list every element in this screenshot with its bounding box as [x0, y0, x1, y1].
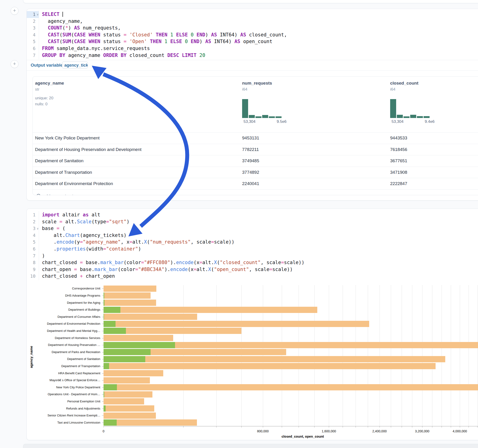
- y-axis-label: New York City Police Department: [0, 386, 100, 389]
- output-variable-pill[interactable]: agency_tickets: [62, 62, 88, 68]
- y-axis-label: Department of Homeless Services: [0, 336, 100, 340]
- code-line[interactable]: 2 agency_name,: [27, 18, 478, 25]
- code-text[interactable]: chart_open = base.mark_bar(color="#8BC34…: [42, 266, 293, 273]
- gridline: [460, 285, 460, 426]
- code-text[interactable]: alt.Chart(agency_tickets): [42, 232, 126, 239]
- column-type-agency-name: str: [35, 87, 39, 92]
- code-text[interactable]: .encode(y="agency_name", x=alt.X("num_re…: [42, 239, 234, 246]
- code-line[interactable]: 9chart_open = base.mark_bar(color="#8BC3…: [27, 266, 478, 273]
- code-text[interactable]: FROM sample_data.nyc.service_requests: [42, 45, 150, 52]
- histogram-bar: [397, 115, 403, 118]
- sql-editor[interactable]: 1∨SELECT 2 agency_name,3 COUNT(*) AS num…: [27, 11, 478, 59]
- gridline: [402, 285, 402, 426]
- bar-closed: [104, 412, 156, 419]
- y-axis-label: Mayorâ€ s Office of Special Enforce…: [0, 378, 100, 382]
- collapse-chevron-icon[interactable]: ∨: [37, 225, 38, 232]
- y-axis-label: Department of Parks and Recreation: [0, 350, 100, 354]
- histogram-bar: [269, 116, 275, 118]
- bar-open: [104, 391, 104, 398]
- code-text[interactable]: SELECT: [42, 11, 63, 18]
- code-text[interactable]: chart_closed = base.mark_bar(color="#FFC…: [42, 259, 304, 266]
- search-icon[interactable]: [36, 193, 42, 195]
- code-line[interactable]: 2scale = alt.Scale(type="sqrt"): [27, 218, 478, 225]
- y-axis-tick: [102, 380, 104, 380]
- cell-agency-name: Department of Environmental Protection: [35, 181, 113, 186]
- code-text[interactable]: import altair as alt: [42, 212, 100, 218]
- line-number: 4: [27, 232, 39, 239]
- code-line[interactable]: 1∨SELECT: [27, 11, 478, 18]
- code-line[interactable]: 5 CAST(SUM(CASE WHEN status = 'Open' THE…: [27, 38, 478, 45]
- bar-closed: [104, 307, 317, 313]
- x-axis-label: 2,400,000: [372, 429, 387, 433]
- table-row[interactable]: Department of Housing Preservation and D…: [33, 144, 478, 156]
- gridline: [299, 285, 299, 426]
- y-axis-label: Senior Citizen Rent Increase Exempti…: [0, 414, 100, 417]
- y-axis-label: Operations Unit - Department of Hom…: [0, 392, 100, 396]
- histogram-bar: [262, 115, 268, 118]
- code-line[interactable]: 3∨base = (: [27, 225, 478, 232]
- collapse-chevron-icon[interactable]: ∨: [37, 11, 38, 18]
- histogram-min-label: 53,304: [391, 119, 403, 124]
- line-number: 9: [27, 266, 39, 273]
- code-text[interactable]: ): [42, 253, 45, 260]
- line-number: 2: [27, 218, 39, 225]
- table-row[interactable]: Department of Sanitation37494853677651: [33, 155, 478, 167]
- gridline: [314, 285, 314, 426]
- code-line[interactable]: 4 CAST(SUM(CASE WHEN status = 'Closed' T…: [27, 31, 478, 38]
- column-header-num-requests[interactable]: num_requests: [242, 81, 272, 86]
- histogram-num-requests: [242, 99, 284, 118]
- add-cell-button-middle[interactable]: +: [11, 60, 19, 68]
- next-cell-collapsed[interactable]: [23, 444, 478, 448]
- x-axis-tick: [343, 426, 343, 428]
- line-number: 6: [27, 246, 39, 253]
- add-cell-button-top[interactable]: +: [11, 7, 19, 15]
- table-row[interactable]: Department of Environmental Protection22…: [33, 178, 478, 190]
- column-header-agency-name[interactable]: agency_name: [35, 81, 64, 86]
- column-header-closed-count[interactable]: closed_count: [390, 81, 418, 86]
- code-text[interactable]: chart_closed + chart_open: [42, 273, 115, 280]
- x-axis-tick: [432, 426, 432, 428]
- code-text[interactable]: agency_name,: [42, 18, 83, 25]
- bar-closed: [104, 370, 163, 376]
- code-line[interactable]: 7): [27, 253, 478, 260]
- bar-closed: [104, 300, 156, 306]
- code-line[interactable]: 6FROM sample_data.nyc.service_requests: [27, 45, 478, 52]
- x-axis-label: 1,600,000: [322, 429, 336, 433]
- table-row[interactable]: New York City Police Department945313194…: [33, 132, 478, 144]
- code-line[interactable]: 3 COUNT(*) AS num_requests,: [27, 25, 478, 31]
- y-axis-label: Department of Environmental Protection: [0, 322, 100, 325]
- cell-agency-name: New York City Police Department: [35, 136, 100, 141]
- python-editor[interactable]: 1import altair as alt2scale = alt.Scale(…: [27, 212, 478, 280]
- bar-open: [104, 314, 104, 320]
- bar-closed: [104, 377, 150, 384]
- cell-closed-count: 3471908: [390, 170, 407, 175]
- cell-closed-count: 3677651: [390, 158, 407, 163]
- code-text[interactable]: CAST(SUM(CASE WHEN status = 'Open' THEN …: [42, 38, 272, 45]
- code-text[interactable]: CAST(SUM(CASE WHEN status = 'Closed' THE…: [42, 31, 287, 38]
- table-row[interactable]: Department of Transportation377489234719…: [33, 167, 478, 178]
- gridline: [356, 285, 356, 426]
- code-text[interactable]: GROUP BY agency_name ORDER BY closed_cou…: [42, 52, 205, 59]
- histogram-bar: [424, 116, 430, 118]
- code-line[interactable]: 4 alt.Chart(agency_tickets): [27, 232, 478, 239]
- code-line[interactable]: 8chart_closed = base.mark_bar(color="#FF…: [27, 259, 478, 266]
- x-axis-tick: [451, 426, 451, 428]
- code-line[interactable]: 1import altair as alt: [27, 212, 478, 218]
- code-line[interactable]: 5 .encode(y="agency_name", x=alt.X("num_…: [27, 239, 478, 246]
- gridline: [282, 285, 282, 426]
- code-line[interactable]: 10chart_closed + chart_open: [27, 273, 478, 280]
- x-axis-tick: [368, 426, 368, 428]
- bar-closed: [104, 314, 197, 320]
- code-text[interactable]: scale = alt.Scale(type="sqrt"): [42, 218, 129, 225]
- code-text[interactable]: base = (: [42, 225, 65, 232]
- code-line[interactable]: 6 .properties(width="container"): [27, 246, 478, 253]
- code-line[interactable]: 7GROUP BY agency_name ORDER BY closed_co…: [27, 52, 478, 59]
- code-text[interactable]: COUNT(*) AS num_requests,: [42, 25, 121, 31]
- code-text[interactable]: .properties(width="container"): [42, 246, 141, 253]
- x-axis-tick: [104, 426, 104, 428]
- y-axis-tick: [102, 303, 104, 303]
- y-axis-tick: [102, 409, 104, 409]
- line-number: 4: [27, 31, 39, 38]
- y-axis-label: Department of Health and Mental Hyg…: [0, 329, 100, 333]
- histogram-closed-count: [390, 99, 432, 118]
